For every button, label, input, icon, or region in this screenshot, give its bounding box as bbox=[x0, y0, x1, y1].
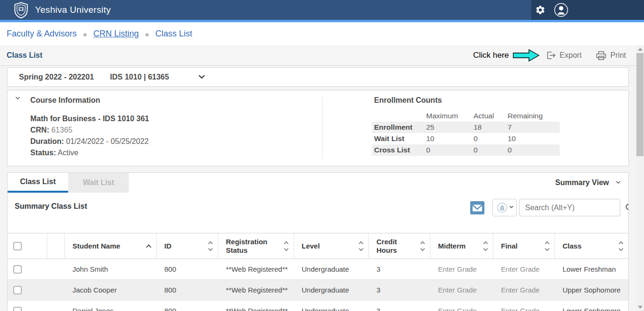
bank-circle-icon bbox=[497, 202, 508, 213]
midterm-enter-grade-link[interactable]: Enter Grade bbox=[430, 265, 493, 273]
crosslist-remaining: 0 bbox=[508, 146, 562, 154]
course-information-title: Course Information bbox=[30, 96, 100, 105]
sort-icon[interactable] bbox=[484, 242, 487, 250]
student-name[interactable]: John Smith bbox=[65, 265, 157, 273]
col-class[interactable]: Class bbox=[555, 233, 628, 258]
scrollbar-down-arrow[interactable] bbox=[638, 306, 643, 309]
vertical-divider bbox=[322, 97, 323, 159]
vertical-scrollbar[interactable] bbox=[636, 45, 644, 311]
top-navigation-bar: Yeshiva University bbox=[0, 0, 644, 20]
breadcrumb-separator-dot bbox=[145, 33, 149, 36]
click-here-annotation: Click here bbox=[473, 51, 509, 60]
table-header-row: Student Name ID Registration Status Leve… bbox=[8, 233, 628, 259]
scrollbar-thumb[interactable] bbox=[636, 53, 644, 156]
col-registration-status[interactable]: Registration Status bbox=[218, 233, 294, 258]
chevron-down-icon[interactable] bbox=[198, 72, 205, 79]
status-value: Active bbox=[58, 149, 79, 157]
select-all-checkbox[interactable] bbox=[13, 242, 22, 250]
page-title: Class List bbox=[7, 51, 43, 60]
col-id[interactable]: ID bbox=[157, 233, 218, 258]
search-box bbox=[519, 199, 620, 216]
col-student-name[interactable]: Student Name bbox=[65, 233, 157, 258]
summary-view-selector[interactable]: Summary View bbox=[555, 173, 620, 193]
registration-status: **Web Registered** bbox=[218, 307, 294, 311]
export-button[interactable]: Export bbox=[546, 51, 581, 60]
student-name[interactable]: Daniel Jones bbox=[65, 307, 157, 311]
final-enter-grade-link[interactable]: Enter Grade bbox=[493, 307, 555, 311]
row-checkbox[interactable] bbox=[13, 286, 22, 294]
enrollment-counts-table: Maximum Actual Remaining Enrollment 25 1… bbox=[372, 110, 560, 156]
sort-icon[interactable] bbox=[546, 242, 549, 250]
col-student-name-label: Student Name bbox=[72, 242, 120, 250]
student-id: 800 bbox=[157, 265, 218, 273]
tab-wait-list[interactable]: Wait List bbox=[68, 173, 129, 193]
midterm-enter-grade-link[interactable]: Enter Grade bbox=[430, 307, 493, 311]
col-registration-status-label: Registration Status bbox=[226, 238, 271, 255]
sort-icon[interactable] bbox=[619, 242, 623, 250]
waitlist-actual: 0 bbox=[474, 134, 508, 143]
tools-dropdown-button[interactable] bbox=[492, 199, 517, 216]
sort-icon[interactable] bbox=[285, 242, 288, 250]
status-label: Status: bbox=[30, 149, 56, 157]
print-button[interactable]: Print bbox=[596, 51, 626, 61]
student-level: Undergraduate bbox=[294, 265, 369, 273]
credit-hours: 3 bbox=[369, 265, 430, 273]
breadcrumb-crn-listing[interactable]: CRN Listing bbox=[93, 29, 139, 39]
students-table: Student Name ID Registration Status Leve… bbox=[8, 233, 628, 311]
class-list-panel: Class List Wait List Summary View Summar… bbox=[7, 172, 629, 311]
student-name[interactable]: Jacob Cooper bbox=[65, 286, 157, 294]
user-profile-icon[interactable] bbox=[554, 3, 568, 17]
col-class-label: Class bbox=[563, 242, 581, 250]
row-checkbox[interactable] bbox=[13, 307, 22, 311]
photo-column-header bbox=[47, 233, 65, 258]
enrollment-col-maximum: Maximum bbox=[426, 112, 474, 120]
row-checkbox[interactable] bbox=[13, 265, 22, 274]
table-row: Daniel Jones 800 **Web Registered** Unde… bbox=[8, 301, 628, 311]
col-midterm[interactable]: Midterm bbox=[430, 233, 493, 258]
chevron-down-icon bbox=[616, 179, 621, 184]
student-class: Upper Sophomore bbox=[555, 286, 628, 294]
breadcrumb-class-list[interactable]: Class List bbox=[155, 29, 192, 39]
student-id: 800 bbox=[157, 307, 218, 311]
scrollbar-up-arrow[interactable] bbox=[638, 48, 643, 51]
col-final[interactable]: Final bbox=[493, 233, 555, 258]
crn-row: CRN: 61365 bbox=[30, 124, 149, 136]
tab-strip: Class List Wait List bbox=[8, 173, 129, 193]
enrollment-counts-title: Enrollment Counts bbox=[374, 96, 442, 105]
sort-icon[interactable] bbox=[209, 242, 212, 250]
enrollment-remaining: 7 bbox=[508, 123, 562, 132]
crosslist-row-label: Cross List bbox=[374, 146, 426, 154]
crn-label: CRN: bbox=[30, 126, 49, 134]
crosslist-actual: 0 bbox=[474, 146, 508, 154]
sort-icon[interactable] bbox=[359, 242, 363, 250]
col-level[interactable]: Level bbox=[294, 233, 369, 258]
enrollment-row-label: Enrollment bbox=[374, 123, 426, 132]
col-id-label: ID bbox=[164, 242, 171, 250]
waitlist-remaining: 10 bbox=[508, 134, 562, 143]
search-icon[interactable] bbox=[625, 203, 629, 212]
duration-row: Duration: 01/24/2022 - 05/25/2022 bbox=[30, 136, 149, 147]
summary-view-label: Summary View bbox=[555, 178, 609, 187]
search-input[interactable] bbox=[519, 204, 625, 212]
email-button[interactable] bbox=[470, 201, 484, 214]
enrollment-col-remaining: Remaining bbox=[508, 112, 562, 120]
enrollment-col-actual: Actual bbox=[474, 112, 508, 120]
export-label: Export bbox=[560, 51, 581, 60]
col-credit-hours[interactable]: Credit Hours bbox=[369, 233, 430, 258]
breadcrumb-faculty-advisors[interactable]: Faculty & Advisors bbox=[7, 29, 77, 39]
enrollment-actual: 18 bbox=[474, 123, 508, 132]
sort-icon[interactable] bbox=[421, 242, 424, 250]
sort-ascending-icon[interactable] bbox=[146, 244, 151, 249]
final-enter-grade-link[interactable]: Enter Grade bbox=[493, 265, 555, 273]
brand-title: Yeshiva University bbox=[35, 5, 111, 15]
student-level: Undergraduate bbox=[294, 286, 369, 294]
waitlist-row: Wait List 10 0 10 bbox=[372, 133, 560, 144]
crn-value: 61365 bbox=[51, 126, 72, 134]
tab-class-list[interactable]: Class List bbox=[8, 173, 68, 193]
term-course-selector[interactable]: Spring 2022 - 202201 IDS 1010 | 61365 bbox=[7, 67, 629, 87]
settings-gear-icon[interactable] bbox=[535, 5, 546, 15]
collapse-chevron-icon[interactable] bbox=[16, 95, 20, 100]
final-enter-grade-link[interactable]: Enter Grade bbox=[493, 286, 555, 294]
midterm-enter-grade-link[interactable]: Enter Grade bbox=[430, 286, 493, 294]
col-credit-hours-label: Credit Hours bbox=[376, 238, 400, 255]
